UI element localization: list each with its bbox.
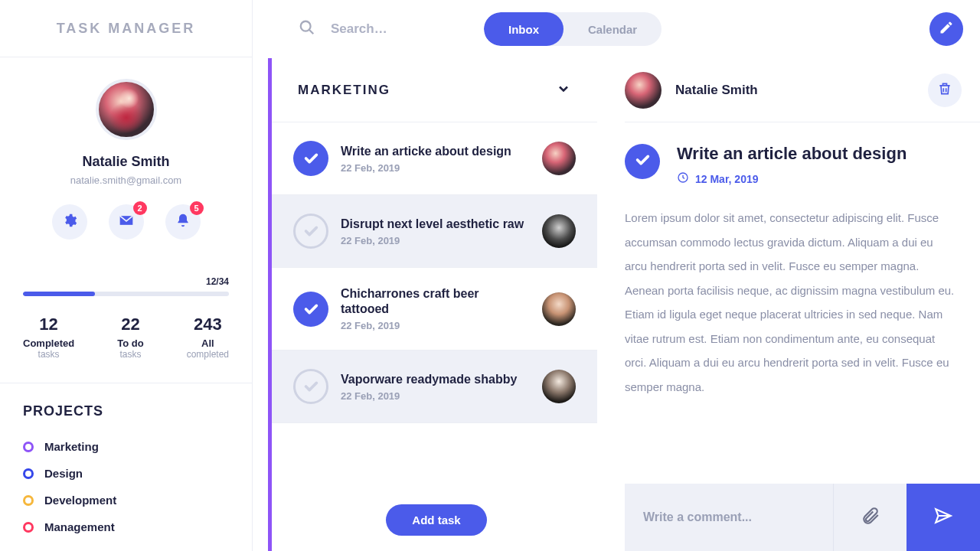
task-body: Disrupt next level aesthetic raw22 Feb, … xyxy=(341,217,530,246)
bell-icon xyxy=(175,213,191,231)
projects-title: PROJECTS xyxy=(23,403,229,419)
project-label: Design xyxy=(44,467,83,480)
clock-icon xyxy=(677,171,689,186)
task-assignee-avatar[interactable] xyxy=(542,370,576,403)
send-button[interactable] xyxy=(906,484,980,551)
project-label: Development xyxy=(44,494,116,507)
check-icon xyxy=(634,152,651,171)
task-check[interactable] xyxy=(293,369,328,404)
stat-todo-l1: To do xyxy=(117,337,143,349)
notifications-button[interactable]: 5 xyxy=(165,204,201,240)
detail-date: 12 Mar, 2019 xyxy=(677,171,906,186)
comment-bar xyxy=(625,484,980,551)
detail-status-check[interactable] xyxy=(625,144,660,179)
profile-card: Natalie Smith natalie.smith@gmail.com 2 xyxy=(0,57,252,255)
pencil-icon xyxy=(939,20,954,38)
project-color-dot xyxy=(23,442,34,452)
stat-all-l2: completed xyxy=(187,349,229,360)
task-date: 22 Feb, 2019 xyxy=(341,320,530,331)
stat-todo: 22 To do tasks xyxy=(117,315,143,360)
messages-badge: 2 xyxy=(133,201,147,215)
add-task-button[interactable]: Add task xyxy=(386,504,486,536)
stat-completed-l1: Completed xyxy=(23,337,74,349)
task-title: Write an articke about design xyxy=(341,144,530,159)
projects-section: PROJECTS MarketingDesignDevelopmentManag… xyxy=(0,383,252,551)
stat-completed-l2: tasks xyxy=(23,349,74,360)
delete-task-button[interactable] xyxy=(928,73,962,107)
task-title: Disrupt next level aesthetic raw xyxy=(341,217,530,232)
project-item-marketing[interactable]: Marketing xyxy=(23,433,229,460)
task-row[interactable]: Chicharrones craft beer tattooed22 Feb, … xyxy=(272,268,597,350)
task-check[interactable] xyxy=(293,141,328,176)
comment-input[interactable] xyxy=(625,484,833,551)
app-title: TASK MANAGER xyxy=(0,0,252,57)
category-toggle[interactable] xyxy=(556,81,571,99)
task-body: Vaporware readymade shabby22 Feb, 2019 xyxy=(341,372,530,402)
notifications-badge: 5 xyxy=(190,201,204,215)
sidebar: TASK MANAGER Natalie Smith natalie.smith… xyxy=(0,0,253,551)
detail-author-name: Natalie Smith xyxy=(675,83,758,98)
task-date: 22 Feb, 2019 xyxy=(341,390,530,402)
stat-all-num: 243 xyxy=(187,315,229,334)
task-row[interactable]: Vaporware readymade shabby22 Feb, 2019 xyxy=(272,350,597,423)
svg-point-0 xyxy=(301,21,311,31)
messages-button[interactable]: 2 xyxy=(109,204,144,240)
task-row[interactable]: Write an articke about design22 Feb, 201… xyxy=(272,122,597,195)
task-title: Chicharrones craft beer tattooed xyxy=(341,286,530,317)
task-assignee-avatar[interactable] xyxy=(542,292,576,326)
profile-avatar[interactable] xyxy=(96,79,157,140)
project-item-development[interactable]: Development xyxy=(23,487,229,514)
compose-button[interactable] xyxy=(929,12,963,46)
profile-name: Natalie Smith xyxy=(23,154,229,170)
tab-calendar[interactable]: Calendar xyxy=(564,12,662,46)
trash-icon xyxy=(937,81,952,99)
stat-todo-l2: tasks xyxy=(117,349,143,360)
search-input[interactable] xyxy=(331,21,499,37)
project-item-design[interactable]: Design xyxy=(23,460,229,487)
send-icon xyxy=(933,506,953,529)
stat-todo-num: 22 xyxy=(117,315,143,334)
progress-label: 12/34 xyxy=(23,276,229,287)
view-toggle: Inbox Calendar xyxy=(484,12,662,46)
attach-button[interactable] xyxy=(833,484,906,551)
task-body: Write an articke about design22 Feb, 201… xyxy=(341,144,530,174)
task-title: Vaporware readymade shabby xyxy=(341,372,530,387)
task-list[interactable]: Write an articke about design22 Feb, 201… xyxy=(272,122,597,551)
task-row[interactable]: Disrupt next level aesthetic raw22 Feb, … xyxy=(272,195,597,268)
project-label: Management xyxy=(44,520,115,533)
task-check[interactable] xyxy=(293,214,328,249)
project-label: Marketing xyxy=(44,440,99,453)
stat-completed: 12 Completed tasks xyxy=(23,315,74,360)
profile-email: natalie.smith@gmail.com xyxy=(23,174,229,186)
stat-all-l1: All xyxy=(187,337,229,349)
task-assignee-avatar[interactable] xyxy=(542,214,576,248)
settings-button[interactable] xyxy=(52,204,87,240)
task-assignee-avatar[interactable] xyxy=(542,142,576,175)
task-detail-panel: Natalie Smith Write an article about des xyxy=(625,58,980,551)
stat-all: 243 All completed xyxy=(187,315,229,360)
detail-title: Write an article about design xyxy=(677,144,906,164)
detail-body: Lorem ipsum dolor sit amet, consectetur … xyxy=(625,206,962,399)
chevron-down-icon xyxy=(556,86,571,99)
tab-inbox[interactable]: Inbox xyxy=(484,12,564,46)
task-date: 22 Feb, 2019 xyxy=(341,162,530,174)
project-color-dot xyxy=(23,522,34,533)
task-check[interactable] xyxy=(293,292,328,327)
task-category-title: MARKETING xyxy=(298,83,390,98)
stat-completed-num: 12 xyxy=(23,315,74,334)
project-color-dot xyxy=(23,468,34,479)
search-icon xyxy=(299,19,315,39)
project-color-dot xyxy=(23,495,34,506)
task-date: 22 Feb, 2019 xyxy=(341,235,530,246)
detail-author-avatar[interactable] xyxy=(625,72,662,109)
task-list-panel: MARKETING Write an articke about design2… xyxy=(268,58,597,551)
gear-icon xyxy=(62,213,77,231)
detail-date-text: 12 Mar, 2019 xyxy=(695,173,759,185)
topbar: Inbox Calendar xyxy=(268,0,980,58)
paperclip-icon xyxy=(861,506,880,529)
mail-icon xyxy=(119,213,134,231)
project-item-management[interactable]: Management xyxy=(23,514,229,540)
task-body: Chicharrones craft beer tattooed22 Feb, … xyxy=(341,286,530,331)
